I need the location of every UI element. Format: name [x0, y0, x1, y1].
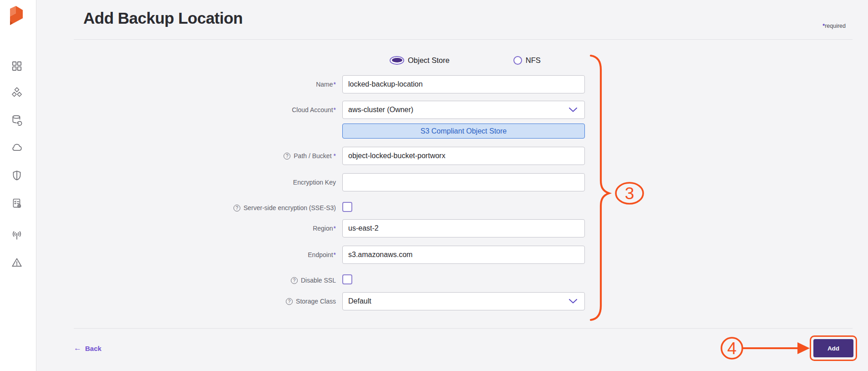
path-bucket-required-star: *: [334, 152, 336, 160]
path-bucket-label: Path / Bucket: [294, 152, 331, 160]
chevron-down-icon: [569, 299, 577, 304]
cloud-account-value: aws-cluster (Owner): [348, 106, 413, 114]
cloud-account-select[interactable]: aws-cluster (Owner): [342, 101, 585, 119]
path-bucket-row: ? Path / Bucket *: [36, 147, 868, 165]
region-label: Region: [313, 225, 333, 232]
portworx-logo-icon[interactable]: [6, 5, 26, 29]
s3-compliant-banner: S3 Compliant Object Store: [342, 124, 585, 139]
required-note: *required: [822, 23, 846, 29]
region-row: Region*: [36, 219, 868, 237]
object-store-radio-circle[interactable]: [390, 56, 404, 65]
back-button[interactable]: ← Back: [74, 344, 102, 353]
name-row: Name*: [36, 75, 868, 93]
encryption-key-label: Encryption Key: [293, 179, 336, 186]
cloud-account-label: Cloud Account: [292, 106, 333, 113]
sidebar-activity-icon[interactable]: [11, 229, 23, 241]
sidebar: [0, 0, 36, 371]
page-header: Add Backup Location *required: [74, 0, 853, 40]
cloud-account-required-star: *: [334, 106, 336, 113]
sidebar-applications-icon[interactable]: [11, 86, 23, 98]
object-store-radio-label: Object Store: [408, 56, 450, 65]
region-required-star: *: [334, 225, 336, 232]
footer: ← Back Add: [36, 335, 868, 361]
help-icon[interactable]: ?: [286, 298, 293, 305]
sse-label: Server-side encryption (SSE-S3): [244, 204, 336, 211]
footer-divider: [74, 328, 853, 329]
storage-class-value: Default: [348, 297, 371, 305]
path-bucket-input[interactable]: [342, 147, 585, 165]
endpoint-label: Endpoint: [308, 251, 333, 258]
sidebar-security-icon[interactable]: [11, 170, 23, 181]
add-backup-location-page: Add Backup Location *required Object Sto…: [0, 0, 868, 371]
nfs-radio[interactable]: NFS: [513, 56, 541, 65]
disable-ssl-label: Disable SSL: [301, 277, 336, 284]
encryption-key-input[interactable]: [342, 173, 585, 191]
sidebar-alerts-icon[interactable]: [11, 257, 23, 268]
sse-checkbox[interactable]: [342, 202, 352, 212]
sidebar-dashboard-icon[interactable]: [11, 60, 23, 72]
required-text: required: [825, 23, 846, 29]
chevron-down-icon: [569, 108, 577, 112]
name-input[interactable]: [342, 75, 585, 93]
add-button[interactable]: Add: [813, 339, 853, 357]
page-title: Add Backup Location: [83, 9, 243, 27]
s3-banner-row: S3 Compliant Object Store: [36, 124, 868, 139]
cloud-account-row: Cloud Account* aws-cluster (Owner): [36, 101, 868, 119]
endpoint-input[interactable]: [342, 246, 585, 264]
encryption-key-row: Encryption Key: [36, 173, 868, 191]
nfs-radio-circle[interactable]: [513, 56, 522, 65]
object-store-radio[interactable]: Object Store: [390, 56, 450, 65]
sidebar-backups-icon[interactable]: [11, 114, 23, 126]
sidebar-cloud-icon[interactable]: [11, 141, 23, 153]
disable-ssl-row: ? Disable SSL: [36, 274, 868, 284]
storage-class-select[interactable]: Default: [342, 292, 585, 310]
add-button-annotation-outline: Add: [810, 335, 857, 361]
back-label: Back: [85, 345, 102, 352]
sse-row: ? Server-side encryption (SSE-S3): [36, 202, 868, 212]
help-icon[interactable]: ?: [291, 277, 298, 284]
storage-class-row: ? Storage Class Default: [36, 292, 868, 310]
main-content: Add Backup Location *required Object Sto…: [36, 0, 868, 371]
endpoint-row: Endpoint*: [36, 246, 868, 264]
sidebar-rules-icon[interactable]: [11, 197, 23, 209]
help-icon[interactable]: ?: [233, 205, 240, 211]
store-type-row: Object Store NFS: [36, 51, 868, 69]
endpoint-required-star: *: [334, 251, 336, 258]
disable-ssl-checkbox[interactable]: [342, 274, 352, 284]
nfs-radio-label: NFS: [526, 56, 541, 65]
region-input[interactable]: [342, 219, 585, 237]
storage-class-label: Storage Class: [296, 298, 336, 305]
help-icon[interactable]: ?: [284, 153, 290, 160]
name-label: Name: [316, 81, 333, 88]
back-arrow-icon: ←: [74, 344, 81, 353]
name-required-star: *: [334, 81, 336, 88]
